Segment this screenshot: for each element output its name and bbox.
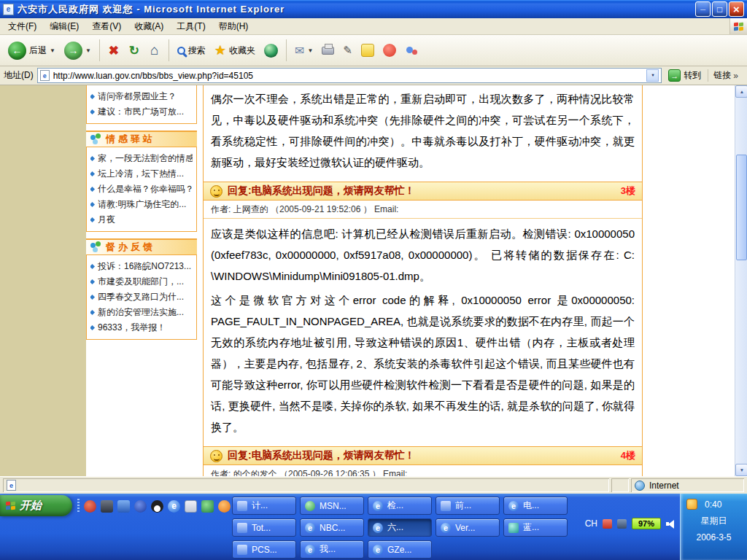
input-method-indicator[interactable]: CH — [585, 518, 597, 529]
window-controls — [695, 1, 744, 17]
scroll-down-button[interactable] — [735, 464, 747, 476]
reply-header: 回复:电脑系统出现问题，烦请网友帮忙！ 3楼 — [204, 182, 642, 201]
quicklaunch-msn-icon[interactable] — [134, 500, 147, 513]
topic-label: 坛上冷清，坛下热情... — [98, 168, 184, 180]
address-input[interactable]: http://www.luan.gov.cn/bbs/bbs_view.php?… — [37, 68, 662, 83]
topic-label: 市建委及职能部门，... — [98, 276, 184, 288]
taskbar-window-button[interactable]: MSN... — [300, 497, 364, 515]
edit-button[interactable]: ✎ — [339, 42, 356, 58]
home-button[interactable]: ⌂ — [145, 41, 164, 60]
links-button[interactable]: 链接 — [708, 69, 743, 82]
quicklaunch-winamp-icon[interactable] — [101, 500, 113, 513]
ie-icon — [508, 501, 519, 511]
taskbar-button-label: 前... — [455, 499, 471, 512]
desktop: 六安市人民政府网 欢迎您 - Microsoft Internet Explor… — [0, 0, 747, 560]
taskbar-window-button[interactable]: 蓝... — [503, 518, 568, 537]
sidebar-section-header: 督办反馈 — [86, 238, 197, 255]
taskbar-button-label: PCS... — [252, 545, 277, 555]
menu-view[interactable]: 查看(V) — [85, 18, 128, 35]
sidebar-topic-link[interactable]: 96333，我举报！ — [90, 320, 193, 335]
tray-app-icon[interactable] — [603, 519, 612, 529]
drag-handle[interactable] — [77, 499, 80, 513]
favorites-star-icon: ★ — [214, 42, 226, 58]
stop-button[interactable]: ✖ — [104, 41, 123, 60]
sidebar-topic-link[interactable]: 投诉：16路皖NO7213... — [90, 259, 193, 274]
ie-icon — [305, 523, 315, 533]
media-button[interactable] — [260, 42, 282, 59]
bullet-icon — [90, 295, 95, 300]
refresh-button[interactable]: ↻ — [125, 41, 144, 60]
ie-icon — [373, 501, 383, 511]
taskbar-window-button-active[interactable]: 六... — [368, 518, 432, 537]
taskbar-window-button[interactable]: Ver... — [436, 518, 500, 537]
print-button[interactable] — [318, 45, 338, 56]
address-dropdown-button[interactable] — [646, 69, 659, 82]
messenger-button[interactable] — [357, 42, 378, 58]
topic-label: 请教:明珠广场住宅的... — [98, 198, 186, 211]
sidebar-topic-link[interactable]: 建议：市民广场可放... — [90, 104, 193, 120]
sidebar-topic-link[interactable]: 坛上冷清，坛下热情... — [90, 166, 193, 182]
forward-dropdown-icon[interactable]: ▼ — [85, 47, 91, 54]
minimize-button[interactable] — [695, 1, 711, 17]
sidebar-topic-box: 投诉：16路皖NO7213... 市建委及职能部门，... 四季春交叉路口为什.… — [86, 255, 197, 340]
menu-file[interactable]: 文件(F) — [1, 18, 43, 35]
quicklaunch-ie-icon[interactable] — [168, 500, 180, 513]
tray-app-icon[interactable] — [617, 519, 627, 529]
sidebar-topic-link[interactable]: 家，一段无法割舍的情感 — [90, 151, 193, 166]
forward-button[interactable]: → ▼ — [61, 40, 95, 61]
clock-time[interactable]: 0:40 — [705, 499, 721, 510]
menu-favorites[interactable]: 收藏(A) — [128, 18, 170, 35]
discuss-button[interactable] — [401, 42, 423, 58]
battery-indicator[interactable]: 97% — [632, 518, 661, 529]
smiley-icon — [210, 450, 222, 462]
sidebar-topic-link[interactable]: 月夜 — [90, 212, 193, 228]
favorites-button[interactable]: ★ 收藏夹 — [211, 41, 259, 60]
taskbar-window-button[interactable]: NBC... — [300, 518, 364, 537]
menu-edit[interactable]: 编辑(E) — [43, 18, 85, 35]
quicklaunch-qq-icon[interactable] — [151, 500, 163, 513]
quicklaunch-outlook-icon[interactable] — [117, 500, 130, 513]
sidebar-topic-link[interactable]: 市建委及职能部门，... — [90, 274, 193, 289]
back-dropdown-icon[interactable]: ▼ — [50, 47, 55, 54]
tray-notification-icon[interactable] — [686, 499, 697, 510]
menu-tools[interactable]: 工具(T) — [170, 18, 212, 35]
sidebar-topic-link[interactable]: 四季春交叉路口为什... — [90, 289, 193, 305]
sidebar-topic-link[interactable]: 请教:明珠广场住宅的... — [90, 197, 193, 212]
taskbar-window-button[interactable]: PCS... — [232, 540, 296, 559]
scrollbar-thumb[interactable] — [736, 155, 747, 260]
topic-label: 请问帝都景园业主？ — [98, 90, 177, 103]
go-button[interactable]: 转到 — [665, 69, 704, 82]
taskbar-window-button[interactable]: GZe... — [368, 540, 432, 559]
status-progress-panel — [611, 478, 629, 492]
quicklaunch-show-desktop-icon[interactable] — [185, 500, 197, 513]
topic-label: 家，一段无法割舍的情感 — [98, 152, 193, 165]
back-button[interactable]: ← 后退 ▼ — [4, 40, 59, 61]
maximize-button[interactable] — [712, 1, 727, 17]
taskbar-window-button[interactable]: 电... — [503, 497, 568, 515]
sidebar-topic-link[interactable]: 新的治安管理法实施... — [90, 305, 193, 320]
qq-button[interactable] — [379, 42, 400, 58]
taskbar-window-button[interactable]: 计... — [232, 497, 296, 515]
taskbar-window-button[interactable]: Tot... — [232, 518, 296, 537]
mail-dropdown-icon[interactable]: ▼ — [307, 47, 313, 54]
taskbar-window-button[interactable]: 我... — [300, 540, 364, 559]
search-button[interactable]: 搜索 — [174, 43, 209, 58]
start-button[interactable]: 开始 — [0, 495, 72, 516]
sidebar-topic-link[interactable]: 请问帝都景园业主？ — [90, 89, 193, 104]
close-button[interactable] — [729, 1, 744, 17]
reply-title: 回复:电脑系统出现问题，烦请网友帮忙！ — [228, 449, 415, 462]
quicklaunch-foxmail-icon[interactable] — [218, 500, 231, 513]
mail-button[interactable]: ✉ ▼ — [291, 42, 317, 59]
app-window-icon — [237, 545, 247, 555]
quicklaunch-realplayer-icon[interactable] — [84, 500, 96, 513]
go-label: 转到 — [684, 69, 701, 82]
scroll-up-button[interactable] — [735, 85, 747, 98]
quicklaunch-mediaplayer-icon[interactable] — [201, 500, 214, 513]
vertical-scrollbar[interactable] — [735, 85, 747, 476]
menu-help[interactable]: 帮助(H) — [212, 18, 255, 35]
sidebar-topic-link[interactable]: 什么是幸福？你幸福吗？ — [90, 182, 193, 197]
taskbar-window-button[interactable]: 前... — [436, 497, 500, 515]
volume-icon[interactable] — [666, 519, 676, 529]
taskbar-window-button[interactable]: 检... — [368, 497, 432, 515]
section-title: 督办反馈 — [106, 241, 155, 254]
